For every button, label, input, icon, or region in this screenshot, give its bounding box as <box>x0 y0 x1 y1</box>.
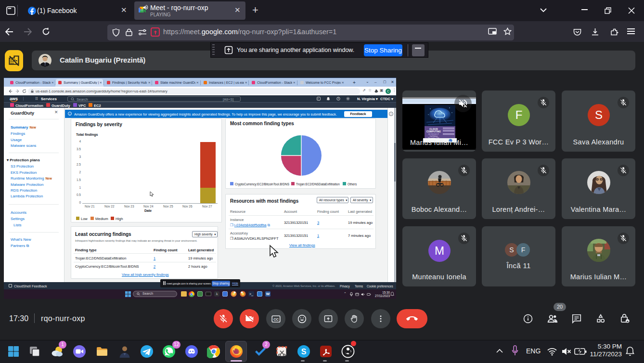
svg-text:CC: CC <box>273 317 279 321</box>
svg-text:?: ? <box>338 97 339 100</box>
svg-text:S: S <box>301 348 307 356</box>
